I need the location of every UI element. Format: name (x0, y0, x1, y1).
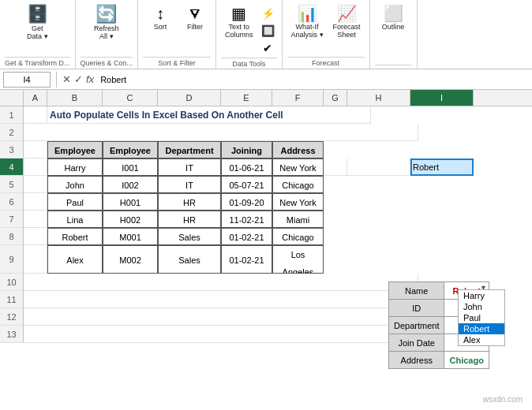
col-header-B[interactable]: B (47, 90, 103, 106)
cell-A1[interactable] (24, 106, 47, 124)
cell-A12[interactable] (24, 308, 418, 326)
cell-B5[interactable]: John (47, 176, 103, 193)
cell-A5[interactable] (24, 176, 47, 193)
cell-B9[interactable]: Alex (47, 245, 103, 274)
dropdown-item-alex[interactable]: Alex (459, 334, 504, 345)
cell-C9[interactable]: M002 (103, 245, 158, 274)
cell-D9[interactable]: Sales (158, 245, 221, 274)
cell-B4[interactable]: Harry (47, 158, 103, 176)
cell-C3[interactable]: EmployeeID (103, 141, 158, 158)
cell-H4[interactable] (347, 158, 410, 176)
text-to-columns-button[interactable]: ▦ Text toColumns (221, 3, 257, 41)
remove-duplicates-button[interactable]: 🔲 (259, 23, 277, 39)
cell-C5[interactable]: I002 (103, 176, 158, 193)
cell-C4[interactable]: I001 (103, 158, 158, 176)
col-header-E[interactable]: E (221, 90, 272, 106)
cell-A2[interactable] (24, 124, 418, 141)
col-header-F[interactable]: F (272, 90, 324, 106)
formula-input[interactable] (97, 74, 529, 85)
filter-icon: ⛛ (187, 6, 203, 21)
cell-B8[interactable]: Robert (47, 228, 103, 245)
forecast-sheet-button[interactable]: 📈 ForecastSheet (329, 3, 365, 41)
cell-G4[interactable] (324, 158, 347, 176)
lookup-date-label: Join Date (389, 334, 444, 352)
cell-F6[interactable]: New York (272, 193, 324, 211)
row-num-9: 9 (0, 245, 24, 274)
row-num-4: 4 (0, 158, 24, 176)
dropdown-item-paul[interactable]: Paul (459, 312, 504, 323)
cancel-formula-icon[interactable]: ✕ (62, 73, 71, 85)
cell-D7[interactable]: HR (158, 211, 221, 228)
cell-E7[interactable]: 11-02-21 (221, 211, 272, 228)
cell-B3[interactable]: EmployeeName (47, 141, 103, 158)
cell-A6[interactable] (24, 193, 47, 211)
data-validation-button[interactable]: ✔ (259, 40, 277, 56)
cell-A8[interactable] (24, 228, 47, 245)
dropdown-item-robert[interactable]: Robert (459, 323, 504, 334)
cell-I4[interactable]: Robert (410, 158, 474, 176)
col-header-A[interactable]: A (24, 90, 47, 106)
lookup-addr-value[interactable]: Chicago (444, 352, 489, 369)
what-if-button[interactable]: 📊 What-IfAnalysis ▾ (287, 3, 328, 41)
cell-D5[interactable]: IT (158, 176, 221, 193)
col-header-H[interactable]: H (347, 90, 410, 106)
cell-D8[interactable]: Sales (158, 228, 221, 245)
cell-A13[interactable] (24, 326, 418, 343)
insert-function-icon[interactable]: fx (86, 73, 94, 85)
cell-F9[interactable]: LosAngeles (272, 245, 324, 274)
cell-E9[interactable]: 01-02-21 (221, 245, 272, 274)
outline-button[interactable]: ⬜ Outline (378, 3, 409, 33)
cell-E8[interactable]: 01-02-21 (221, 228, 272, 245)
row-num-6: 6 (0, 193, 24, 211)
cell-F3[interactable]: Address (272, 141, 324, 158)
flash-fill-button[interactable]: ⚡ (259, 6, 277, 21)
col-header-G[interactable]: G (324, 90, 347, 106)
formula-icons: ✕ ✓ fx (62, 73, 94, 85)
cell-B7[interactable]: Lina (47, 211, 103, 228)
col-header-C[interactable]: C (103, 90, 158, 106)
cell-C7[interactable]: H002 (103, 211, 158, 228)
row-num-header (0, 90, 24, 106)
cell-F7[interactable]: Miami (272, 211, 324, 228)
cell-A9[interactable] (24, 245, 47, 274)
cell-C8[interactable]: M001 (103, 228, 158, 245)
row-8: 8 Robert M001 Sales 01-02-21 Chicago (0, 228, 532, 245)
cell-D3[interactable]: Department (158, 141, 221, 158)
cell-A7[interactable] (24, 211, 47, 228)
lookup-id-label: ID (389, 300, 444, 317)
dropdown-item-harry[interactable]: Harry (459, 290, 504, 301)
ribbon-group-data-tools: ▦ Text toColumns ⚡ 🔲 ✔ Data Tools (216, 0, 283, 69)
ribbon-group-forecast: 📊 What-IfAnalysis ▾ 📈 ForecastSheet Fore… (283, 0, 370, 69)
cell-F5[interactable]: Chicago (272, 176, 324, 193)
cell-A4[interactable] (24, 158, 47, 176)
cell-E6[interactable]: 01-09-20 (221, 193, 272, 211)
cell-E3[interactable]: JoiningDate (221, 141, 272, 158)
cell-B6[interactable]: Paul (47, 193, 103, 211)
cell-C6[interactable]: H001 (103, 193, 158, 211)
col-header-I[interactable]: I (410, 90, 474, 106)
cell-E4[interactable]: 01-06-21 (221, 158, 272, 176)
cell-D6[interactable]: HR (158, 193, 221, 211)
group-label-data-tools: Data Tools (221, 58, 277, 68)
ribbon-group-outline: ⬜ Outline (370, 0, 418, 69)
cell-A3[interactable] (24, 141, 47, 158)
cell-D4[interactable]: IT (158, 158, 221, 176)
cell-F4[interactable]: New York (272, 158, 324, 176)
col-header-D[interactable]: D (158, 90, 221, 106)
cell-reference-box[interactable] (3, 72, 51, 88)
name-dropdown[interactable]: Harry John Paul Robert Alex (458, 289, 505, 346)
cell-E5[interactable]: 05-07-21 (221, 176, 272, 193)
dropdown-item-john[interactable]: John (459, 301, 504, 312)
sort-button[interactable]: ↕ Sort (143, 3, 178, 33)
lookup-addr-label: Address (389, 352, 444, 369)
cell-A10[interactable] (24, 274, 418, 291)
cell-F8[interactable]: Chicago (272, 228, 324, 245)
filter-button[interactable]: ⛛ Filter (179, 3, 211, 33)
cell-A11[interactable] (24, 291, 418, 308)
confirm-formula-icon[interactable]: ✓ (74, 73, 83, 85)
flash-fill-icon: ⚡ (261, 7, 275, 20)
row-3: 3 EmployeeName EmployeeID Department Joi… (0, 141, 532, 158)
get-data-button[interactable]: 🗄️ GetData ▾ (23, 3, 52, 43)
refresh-all-button[interactable]: 🔄 RefreshAll ▾ (90, 3, 123, 43)
cell-B1[interactable]: Auto Populate Cells In Excel Based On An… (47, 106, 371, 124)
